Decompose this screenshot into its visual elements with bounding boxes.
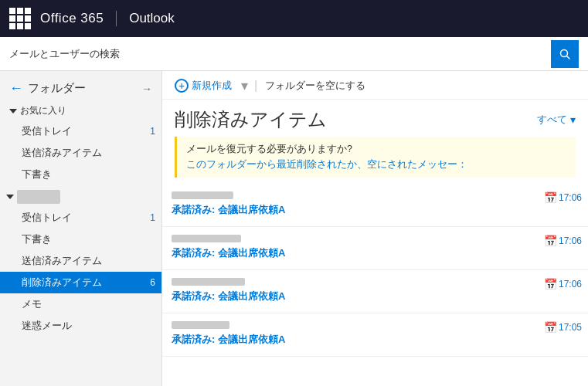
email-body: 承諾済み: 会議出席依頼A — [172, 321, 576, 348]
flag-icon: 📅 — [544, 191, 557, 204]
recovery-link[interactable]: このフォルダーから最近削除されたか、空にされたメッセー： — [186, 158, 566, 171]
new-button[interactable]: + 新規作成 — [175, 79, 232, 93]
email-time: 17:06 — [559, 192, 582, 203]
new-button-label: 新規作成 — [192, 79, 232, 93]
pin-icon[interactable]: → — [141, 83, 152, 95]
email-meta: 📅 17:05 — [544, 321, 582, 334]
triangle-icon — [9, 109, 17, 113]
inbox-fav-badge: 1 — [141, 126, 155, 137]
email-body: 承諾済み: 会議出席依頼A — [172, 191, 576, 218]
sidebar: ← フォルダー → お気に入り 受信トレイ 1 送信済みアイテム 下書き 受信ト… — [0, 71, 162, 386]
sent-label: 送信済みアイテム — [22, 254, 102, 268]
back-icon[interactable]: ← — [9, 80, 23, 96]
sidebar-item-junk[interactable]: 迷惑メール — [0, 315, 161, 337]
email-item[interactable]: 承諾済み: 会議出席依頼A 📅 17:06 — [162, 270, 588, 313]
folder-title: 削除済みアイテム — [175, 107, 537, 132]
inbox-badge: 1 — [141, 212, 155, 223]
search-placeholder: メールとユーザーの検索 — [9, 47, 548, 61]
junk-label: 迷惑メール — [22, 319, 72, 333]
deleted-badge: 6 — [141, 277, 155, 288]
top-bar: Office 365 Outlook — [0, 0, 588, 37]
email-sender — [172, 235, 241, 242]
flag-icon: 📅 — [544, 235, 557, 247]
sent-fav-label: 送信済みアイテム — [22, 146, 102, 160]
sidebar-item-draft-fav[interactable]: 下書き — [0, 164, 161, 185]
email-item[interactable]: 承諾済み: 会議出席依頼A 📅 17:06 — [162, 184, 588, 227]
recovery-notice: メールを復元する必要がありますか? このフォルダーから最近削除されたか、空にされ… — [175, 137, 576, 178]
sidebar-item-notes[interactable]: メモ — [0, 293, 161, 315]
draft-fav-label: 下書き — [22, 168, 52, 181]
email-sender — [172, 321, 229, 329]
email-meta: 📅 17:06 — [544, 278, 582, 290]
email-sender — [172, 278, 245, 286]
deleted-label: 削除済みアイテム — [22, 276, 102, 290]
email-subject: 承諾済み: 会議出席依頼A — [172, 203, 576, 217]
email-time: 17:05 — [559, 322, 582, 333]
sidebar-item-deleted[interactable]: 削除済みアイテム 6 — [0, 272, 161, 293]
sidebar-item-sent[interactable]: 送信済みアイテム — [0, 250, 161, 272]
waffle-menu-icon[interactable] — [9, 8, 31, 29]
triangle-icon-2 — [6, 195, 14, 199]
app-title: Office 365 — [40, 11, 117, 26]
email-item[interactable]: 承諾済み: 会議出席依頼A 📅 17:05 — [162, 313, 588, 357]
chevron-down-icon[interactable]: ▾ — [570, 113, 576, 126]
notes-label: メモ — [22, 297, 42, 311]
inbox-label: 受信トレイ — [22, 211, 72, 225]
folder-title-row: 削除済みアイテム すべて ▾ — [162, 100, 588, 137]
outlook-label: Outlook — [129, 11, 175, 26]
flag-icon: 📅 — [544, 321, 557, 334]
main-layout: ← フォルダー → お気に入り 受信トレイ 1 送信済みアイテム 下書き 受信ト… — [0, 71, 588, 386]
sidebar-item-draft[interactable]: 下書き — [0, 229, 161, 250]
plus-circle-icon: + — [175, 79, 189, 93]
inbox-fav-label: 受信トレイ — [22, 124, 72, 138]
account-name — [17, 190, 60, 204]
favorites-section: お気に入り — [0, 100, 161, 120]
email-meta: 📅 17:06 — [544, 235, 582, 247]
all-link[interactable]: すべて — [537, 113, 567, 127]
email-time: 17:06 — [559, 235, 582, 246]
search-bar: メールとユーザーの検索 — [0, 37, 588, 71]
email-sender — [172, 191, 233, 199]
separator: | — [254, 79, 257, 93]
email-body: 承諾済み: 会議出席依頼A — [172, 278, 576, 305]
flag-icon: 📅 — [544, 278, 557, 290]
content-header: + 新規作成 ▾ | フォルダーを空にする — [162, 71, 588, 100]
sidebar-item-inbox-fav[interactable]: 受信トレイ 1 — [0, 120, 161, 142]
sidebar-item-inbox[interactable]: 受信トレイ 1 — [0, 207, 161, 229]
draft-label: 下書き — [22, 232, 52, 246]
favorites-label: お気に入り — [20, 104, 66, 117]
email-subject: 承諾済み: 会議出席依頼A — [172, 333, 576, 347]
recovery-question: メールを復元する必要がありますか? — [186, 143, 566, 156]
email-meta: 📅 17:06 — [544, 191, 582, 204]
empty-folder-button[interactable]: フォルダーを空にする — [265, 79, 365, 93]
dropdown-divider[interactable]: ▾ — [238, 77, 251, 94]
sidebar-item-sent-fav[interactable]: 送信済みアイテム — [0, 142, 161, 164]
email-body: 承諾済み: 会議出席依頼A — [172, 235, 576, 262]
email-list: 承諾済み: 会議出席依頼A 📅 17:06 承諾済み: 会議出席依頼A 📅 17… — [162, 184, 588, 386]
email-time: 17:06 — [559, 279, 582, 290]
svg-line-1 — [567, 56, 570, 59]
sidebar-title: フォルダー — [28, 81, 86, 96]
email-subject: 承諾済み: 会議出席依頼A — [172, 290, 576, 303]
email-subject: 承諾済み: 会議出席依頼A — [172, 246, 576, 260]
email-item[interactable]: 承諾済み: 会議出席依頼A 📅 17:06 — [162, 227, 588, 270]
account-group-label — [0, 185, 161, 207]
search-button[interactable] — [551, 40, 579, 68]
sidebar-header: ← フォルダー → — [0, 74, 161, 100]
content-area: + 新規作成 ▾ | フォルダーを空にする 削除済みアイテム すべて ▾ メール… — [162, 71, 588, 386]
